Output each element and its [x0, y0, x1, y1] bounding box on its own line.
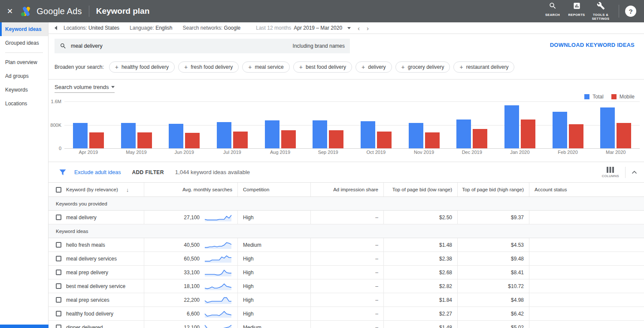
mobile-bar[interactable]	[569, 124, 583, 148]
mobile-bar[interactable]	[89, 132, 104, 148]
keyword-search-input[interactable]: meal delivery Including brand names	[55, 39, 350, 53]
sidebar-item-ad-groups[interactable]: Ad groups	[0, 69, 48, 83]
x-axis-tick-label: Nov 2019	[400, 150, 448, 155]
broaden-chip-meal-service[interactable]: +meal service	[242, 61, 290, 73]
keyword-ideas-count: 1,044 keyword ideas available	[175, 169, 250, 175]
header-keyword-by-relevance-[interactable]: Keyword (by relevance)↓	[49, 183, 144, 196]
ad-impression-share-value: –	[375, 311, 378, 317]
exclude-adult-ideas-filter[interactable]: Exclude adult ideas	[74, 169, 121, 175]
total-bar[interactable]	[265, 120, 279, 148]
row-checkbox[interactable]	[56, 242, 61, 248]
top-bid-low-value: $2.27	[439, 311, 452, 317]
header-competition[interactable]: Competition	[237, 183, 310, 196]
help-button[interactable]: ?	[625, 6, 636, 17]
mobile-bar[interactable]	[377, 132, 392, 149]
close-icon[interactable]: ✕	[7, 7, 13, 16]
top-bid-high-cell: $5.02	[457, 321, 529, 328]
broaden-chip-fresh-food-delivery[interactable]: +fresh food delivery	[178, 61, 239, 73]
row-checkbox[interactable]	[56, 283, 61, 289]
header-account-status[interactable]: Account status	[529, 183, 644, 196]
header-ad-impression-share[interactable]: Ad impression share	[310, 183, 383, 196]
topbar-nav-search[interactable]: SEARCH	[541, 2, 565, 21]
broaden-chip-restaurant-delivery[interactable]: +restaurant delivery	[453, 61, 514, 73]
sidebar-item-keywords[interactable]: Keywords	[0, 83, 48, 97]
legend-item-total[interactable]: Total	[584, 94, 603, 100]
competition-value: Medium	[243, 242, 261, 248]
x-axis-tick-label: May 2019	[112, 150, 161, 155]
competition-value: High	[243, 270, 254, 276]
next-period-button[interactable]: ›	[367, 25, 369, 31]
sidebar-item-grouped-ideas[interactable]: Grouped ideas	[0, 36, 48, 50]
row-checkbox[interactable]	[56, 256, 61, 261]
mobile-bar[interactable]	[185, 133, 200, 148]
topbar-nav-tools-settings[interactable]: TOOLS & SETTINGS	[589, 2, 613, 21]
collapse-table-chevron-up-icon[interactable]	[632, 170, 637, 174]
top-bid-high-value: $5.02	[511, 325, 524, 328]
header-top-of-page-bid-low-range-[interactable]: Top of page bid (low range)	[383, 183, 457, 196]
horizontal-scrollbar-thumb[interactable]	[0, 325, 49, 328]
sidebar-item-locations[interactable]: Locations	[0, 97, 48, 110]
broaden-chip-delivery[interactable]: +delivery	[355, 61, 392, 73]
brand-names-note: Including brand names	[293, 43, 345, 49]
prev-period-button[interactable]: ‹	[358, 25, 360, 31]
total-bar[interactable]	[121, 123, 136, 148]
total-bar[interactable]	[456, 120, 471, 148]
total-bar[interactable]	[361, 121, 375, 148]
columns-button[interactable]: COLUMNS	[602, 167, 619, 178]
total-bar[interactable]	[409, 123, 423, 148]
mobile-bar[interactable]	[329, 130, 343, 148]
competition-value: Medium	[243, 325, 261, 328]
row-checkbox[interactable]	[56, 325, 61, 328]
legend-label: Total	[592, 94, 603, 100]
sidebar-item-keyword-ideas[interactable]: Keyword ideas	[0, 22, 48, 36]
collapse-panel-icon[interactable]	[54, 25, 58, 31]
broaden-chip-best-food-delivery[interactable]: +best food delivery	[293, 61, 352, 73]
setting-locations-[interactable]: Locations: United States	[64, 25, 119, 31]
brand-name: Google Ads	[36, 6, 82, 16]
add-filter-button[interactable]: ADD FILTER	[132, 169, 164, 175]
total-bar[interactable]	[217, 122, 231, 148]
competition-value: High	[243, 215, 254, 221]
download-keyword-ideas-link[interactable]: DOWNLOAD KEYWORD IDEAS	[550, 42, 635, 48]
chart-type-dropdown[interactable]: Search volume trends	[55, 84, 115, 93]
account-status-cell	[529, 307, 644, 320]
row-checkbox[interactable]	[56, 297, 61, 303]
row-checkbox[interactable]	[56, 311, 61, 316]
legend-item-mobile[interactable]: Mobile	[611, 94, 635, 100]
total-bar[interactable]	[73, 123, 88, 148]
broaden-chip-healthy-food-delivery[interactable]: +healthy food delivery	[109, 61, 175, 73]
total-bar[interactable]	[553, 112, 567, 148]
ad-impression-share-value: –	[375, 283, 378, 289]
broaden-search-row: Broaden your search: +healthy food deliv…	[55, 61, 514, 73]
header-avg-monthly-searches[interactable]: Avg. monthly searches	[144, 183, 237, 196]
avg-monthly-searches-cell: 18,100	[144, 279, 237, 293]
table-row: meal prep delivery33,100High–$2.68$8.41	[49, 266, 644, 279]
total-bar[interactable]	[169, 124, 183, 148]
mobile-bar[interactable]	[137, 132, 152, 148]
setting-language-[interactable]: Language: English	[130, 25, 172, 31]
row-checkbox[interactable]	[56, 215, 61, 220]
header-top-of-page-bid-high-range-[interactable]: Top of page bid (high range)	[457, 183, 529, 196]
sidebar-item-plan-overview[interactable]: Plan overview	[0, 55, 48, 69]
total-bar[interactable]	[600, 107, 615, 148]
total-bar[interactable]	[313, 120, 327, 148]
topbar-nav-reports[interactable]: REPORTS	[565, 2, 589, 21]
competition-value: High	[243, 311, 254, 317]
total-bar[interactable]	[504, 105, 519, 148]
select-all-checkbox[interactable]	[56, 187, 61, 193]
mobile-bar[interactable]	[521, 120, 535, 148]
mobile-bar[interactable]	[281, 130, 296, 148]
setting-search-networks-[interactable]: Search networks: Google	[183, 25, 241, 31]
keyword-cell: dinner delivered	[49, 321, 144, 328]
mobile-bar[interactable]	[233, 132, 248, 148]
mobile-bar[interactable]	[473, 129, 487, 148]
mobile-bar[interactable]	[425, 132, 440, 148]
broaden-chip-grocery-delivery[interactable]: +grocery delivery	[395, 61, 450, 73]
row-checkbox[interactable]	[56, 270, 61, 275]
date-range-dropdown[interactable]: Last 12 months Apr 2019 – Mar 2020	[256, 25, 351, 31]
sparkline-chart	[204, 310, 232, 318]
avg-monthly-searches-value: 6,600	[149, 311, 204, 317]
plus-icon: +	[184, 64, 188, 70]
keyword-ideas-table: Keyword (by relevance)↓Avg. monthly sear…	[49, 183, 644, 328]
mobile-bar[interactable]	[617, 123, 631, 148]
